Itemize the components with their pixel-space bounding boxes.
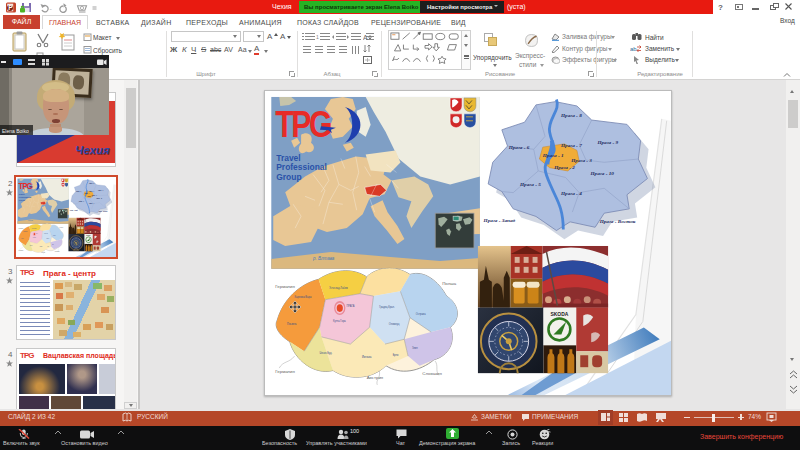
svg-text:Прага - 10: Прага - 10: [590, 170, 615, 176]
svg-text:Group: Group: [276, 172, 301, 182]
svg-text:Усти-над-Лабем: Усти-над-Лабем: [329, 286, 348, 290]
svg-text:Прага - Восток: Прага - Восток: [599, 218, 636, 224]
svg-text:Полша: Полша: [442, 281, 457, 286]
svg-text:ПРАГА: ПРАГА: [347, 304, 355, 308]
svg-text:Германия: Германия: [275, 284, 295, 289]
svg-text:Travel: Travel: [276, 153, 300, 163]
svg-text:-: -: [50, 5, 53, 12]
svg-text:Прага - 2: Прага - 2: [553, 164, 575, 170]
svg-text:Прага - 5: Прага - 5: [519, 181, 541, 187]
svg-text:P: P: [8, 4, 13, 11]
svg-text:Брно: Брно: [393, 353, 399, 357]
svg-text:Прага - 8: Прага - 8: [560, 112, 582, 118]
svg-text:TPG: TPG: [275, 104, 331, 144]
svg-text:Злин: Злин: [412, 346, 418, 350]
svg-text:Словакия: Словакия: [422, 371, 442, 376]
svg-text:Прага - 6: Прага - 6: [508, 144, 530, 150]
svg-text:Градец-Крал.: Градец-Крал.: [379, 305, 395, 309]
svg-text:р. Влтава: р. Влтава: [312, 256, 335, 261]
svg-text:A: A: [363, 34, 368, 41]
svg-text:Йиглава: Йиглава: [362, 355, 372, 359]
svg-text:SKODA: SKODA: [550, 312, 568, 317]
svg-text:ab: ab: [630, 46, 637, 52]
svg-text:Оломоуц: Оломоуц: [389, 322, 400, 326]
svg-text:Пльзень: Пльзень: [287, 322, 297, 326]
svg-text:Professional: Professional: [276, 162, 327, 172]
svg-text:Прага - 7: Прага - 7: [560, 142, 582, 148]
svg-text:Кутна Гора: Кутна Гора: [333, 319, 346, 323]
svg-text:Карловы Вары: Карловы Вары: [295, 295, 312, 299]
svg-text:Австрия: Австрия: [367, 375, 384, 380]
svg-text:Прага - 9: Прага - 9: [596, 139, 618, 145]
svg-text:Ческе-Буд.: Ческе-Буд.: [320, 350, 333, 354]
svg-text:Прага - Запад: Прага - Запад: [483, 217, 516, 223]
svg-text:Острава: Острава: [416, 312, 426, 316]
svg-text:Германия: Германия: [275, 369, 295, 374]
svg-text:Прага - 1: Прага - 1: [542, 152, 564, 158]
svg-text:Прага - 4: Прага - 4: [560, 190, 582, 196]
svg-text:Прага - 3: Прага - 3: [570, 157, 592, 163]
